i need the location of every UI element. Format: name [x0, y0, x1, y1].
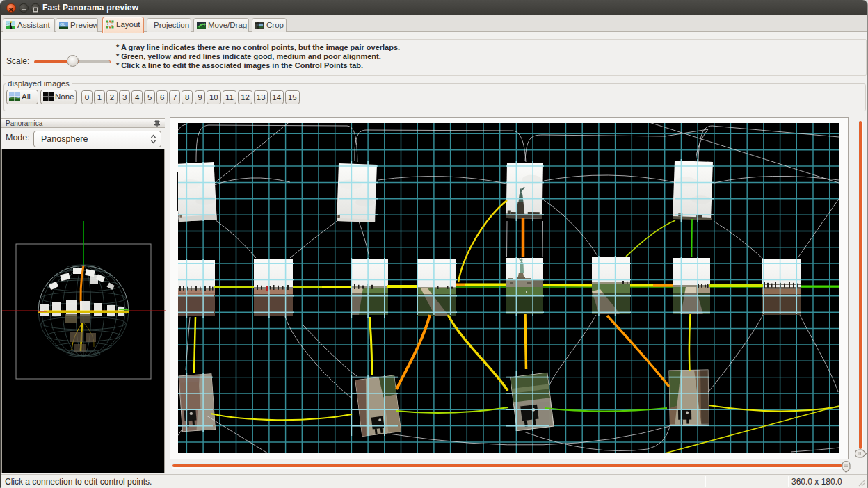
svg-text:GL: GL [60, 22, 66, 26]
